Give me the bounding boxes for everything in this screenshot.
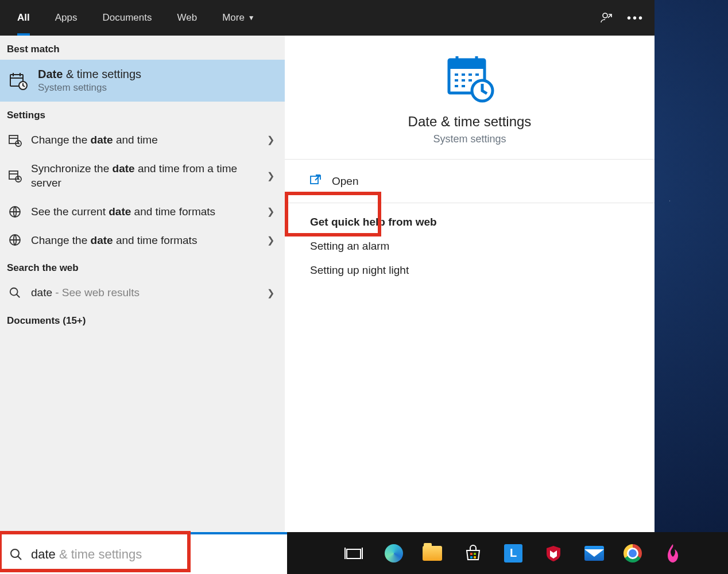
- tab-apps[interactable]: Apps: [42, 0, 90, 36]
- chevron-right-icon: ❯: [267, 170, 278, 181]
- row-text: See the current date and time formats: [31, 204, 259, 219]
- annotation-highlight: [285, 192, 381, 236]
- taskbar-search-box[interactable]: date & time settings: [0, 532, 287, 574]
- calendar-clock-icon: [8, 71, 29, 91]
- mail-icon[interactable]: [584, 546, 604, 561]
- web-result[interactable]: date - See web results ❯: [0, 278, 285, 307]
- open-label: Open: [332, 175, 358, 188]
- setting-change-formats[interactable]: Change the date and time formats ❯: [0, 226, 285, 255]
- search-tabs: All Apps Documents Web More▼ •••: [0, 0, 655, 36]
- flame-app-icon[interactable]: [661, 542, 684, 565]
- preview-hero: Date & time settings System settings: [295, 46, 644, 156]
- app-l-icon[interactable]: L: [504, 544, 522, 563]
- chevron-right-icon: ❯: [267, 235, 278, 246]
- settings-heading: Settings: [0, 102, 285, 126]
- calendar-clock-icon: [443, 52, 496, 104]
- search-web-heading: Search the web: [0, 254, 285, 278]
- tab-all[interactable]: All: [5, 0, 42, 36]
- svg-rect-5: [9, 171, 18, 179]
- calendar-clock-icon: [7, 133, 23, 147]
- setting-see-formats[interactable]: See the current date and time formats ❯: [0, 197, 285, 226]
- svg-rect-15: [347, 549, 361, 559]
- tab-documents[interactable]: Documents: [90, 0, 164, 36]
- svg-point-0: [603, 13, 607, 18]
- feedback-icon[interactable]: [593, 0, 621, 36]
- taskbar: date & time settings L: [0, 532, 728, 574]
- task-view-icon[interactable]: [342, 542, 365, 565]
- chevron-right-icon: ❯: [267, 134, 278, 145]
- chrome-browser-icon[interactable]: [624, 544, 642, 563]
- annotation-highlight: [0, 531, 191, 572]
- row-text: Synchronize the date and time from a tim…: [31, 161, 259, 191]
- preview-pane: Date & time settings System settings Ope…: [285, 36, 655, 532]
- tab-more[interactable]: More▼: [210, 0, 268, 36]
- svg-rect-16: [470, 553, 473, 555]
- svg-rect-18: [470, 556, 473, 559]
- chevron-right-icon: ❯: [267, 206, 278, 217]
- help-link-alarm[interactable]: Setting an alarm: [295, 234, 644, 258]
- results-left-pane: Best match Date & time settings System s…: [0, 36, 285, 532]
- setting-change-date-time[interactable]: Change the date and time ❯: [0, 126, 285, 154]
- open-external-icon: [310, 174, 322, 188]
- documents-heading: Documents (15+): [0, 307, 285, 331]
- svg-rect-3: [9, 135, 18, 144]
- svg-rect-17: [474, 553, 476, 555]
- preview-subtitle: System settings: [433, 133, 506, 145]
- preview-title: Date & time settings: [408, 114, 532, 130]
- microsoft-store-icon[interactable]: [462, 542, 485, 565]
- best-match-title: Date & time settings: [38, 68, 141, 81]
- start-search-panel: All Apps Documents Web More▼ ••• Best ma…: [0, 0, 655, 532]
- tab-web[interactable]: Web: [164, 0, 210, 36]
- globe-icon: [7, 205, 23, 219]
- calendar-clock-icon: [7, 169, 23, 183]
- best-match-result[interactable]: Date & time settings System settings: [0, 60, 285, 102]
- svg-point-9: [10, 288, 18, 296]
- svg-rect-13: [311, 176, 318, 184]
- row-text: Change the date and time formats: [31, 233, 259, 248]
- search-icon: [7, 286, 23, 299]
- file-explorer-icon[interactable]: [423, 546, 442, 561]
- more-options-icon[interactable]: •••: [621, 0, 650, 36]
- taskbar-icons: L: [287, 542, 684, 565]
- mcafee-icon[interactable]: [542, 542, 565, 565]
- svg-rect-19: [474, 556, 476, 559]
- best-match-subtitle: System settings: [38, 82, 141, 94]
- chevron-right-icon: ❯: [267, 288, 278, 298]
- row-text: date - See web results: [31, 285, 259, 300]
- cortana-icon[interactable]: [300, 542, 323, 565]
- help-link-night-light[interactable]: Setting up night light: [295, 258, 644, 282]
- setting-sync-time[interactable]: Synchronize the date and time from a tim…: [0, 154, 285, 197]
- row-text: Change the date and time: [31, 133, 259, 148]
- globe-icon: [7, 233, 23, 247]
- chevron-down-icon: ▼: [248, 14, 255, 22]
- divider: [285, 159, 655, 160]
- best-match-heading: Best match: [0, 36, 285, 60]
- svg-rect-11: [449, 60, 485, 69]
- edge-browser-icon[interactable]: [385, 544, 403, 563]
